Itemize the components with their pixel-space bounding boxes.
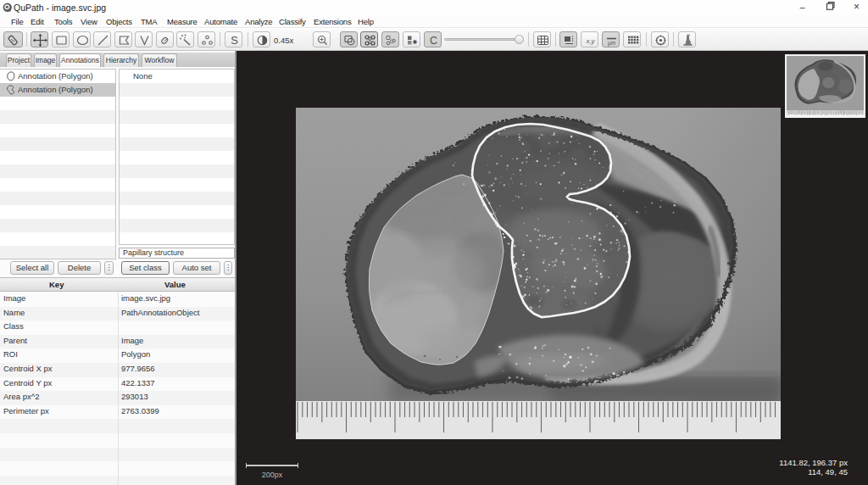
svg-text:x,y: x,y <box>585 37 595 45</box>
svg-text:C: C <box>430 35 437 47</box>
svg-text:S: S <box>231 34 238 47</box>
svg-text:μm: μm <box>608 40 615 47</box>
